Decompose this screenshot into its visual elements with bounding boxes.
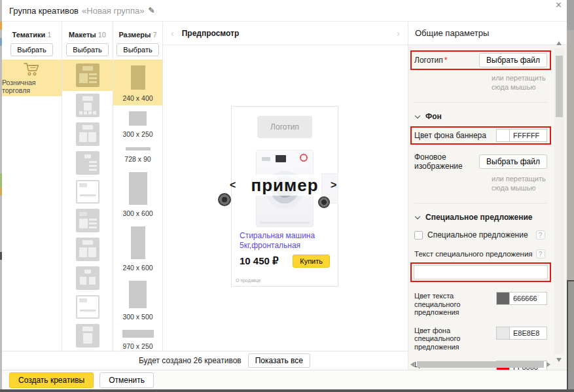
sizes-title: Размеры [118, 31, 151, 39]
theme-item-retail[interactable]: Розничная торговля [2, 60, 62, 96]
buy-button[interactable]: Купить [293, 255, 330, 268]
size-preview-box [126, 147, 151, 151]
horizontal-scroll-thumb[interactable] [417, 361, 544, 368]
logo-field-label: Логотип* [414, 56, 447, 65]
carousel-neighbor-left [218, 193, 231, 206]
preview-title: Предпросмотр [182, 29, 240, 38]
layout-thumb-item[interactable] [62, 120, 113, 149]
layout-thumb-item[interactable] [62, 206, 113, 235]
size-item[interactable]: 300 x 250 [113, 105, 162, 141]
size-preview-box [129, 111, 147, 126]
layouts-title: Макеты [69, 31, 96, 39]
size-item[interactable]: 728 x 90 [113, 141, 162, 166]
layout-thumbnail-icon [76, 324, 99, 347]
creatives-count-text: Будет создано 26 креативов [139, 356, 242, 365]
logo-choose-file-button[interactable]: Выбрать файл [479, 53, 547, 67]
size-item[interactable]: 970 x 250 [113, 324, 162, 353]
scroll-up-icon[interactable] [556, 41, 562, 45]
edit-title-icon[interactable]: ✎ [148, 6, 154, 15]
preview-next-icon[interactable]: › [397, 28, 400, 39]
color-swatch[interactable] [496, 292, 509, 305]
scroll-down-icon[interactable] [556, 358, 562, 362]
special-offer-section: Специальное предложение Специальное пред… [414, 213, 547, 370]
layout-thumbnail-icon [76, 122, 99, 146]
page-behind-bottom-strip [0, 389, 574, 392]
offer-checkbox-label: Специальное предложение [427, 230, 528, 240]
layout-thumb-item[interactable] [62, 149, 113, 177]
cancel-button[interactable]: Отменить [99, 372, 154, 388]
vertical-scroll-thumb[interactable] [556, 56, 563, 117]
layout-thumb-item[interactable] [62, 60, 113, 91]
about-seller-link[interactable]: О продавце [236, 278, 260, 283]
banner-logo-placeholder: Логотип [257, 116, 312, 138]
preview-prev-icon[interactable]: ‹ [171, 28, 174, 39]
layouts-column: Макеты10 Выбрать [62, 22, 113, 351]
layout-thumb-item[interactable] [62, 321, 113, 350]
offer-text-required-highlight [410, 262, 551, 282]
panel-title: Общие параметры [408, 22, 567, 45]
size-item[interactable]: 240 x 400 [113, 60, 162, 105]
show-all-button[interactable]: Показать все [248, 353, 310, 368]
color-setting-label: Цвет текста специального предложения [414, 292, 475, 317]
offer-color-settings: Цвет текста специального предложения6666… [414, 292, 547, 370]
color-value-input[interactable]: E8E8E8 [509, 327, 547, 340]
size-preview-box [129, 281, 147, 308]
bg-color-label: Цвет фона баннера [414, 131, 486, 140]
background-section: Фон Цвет фона баннера FFFFFF Фоновое изо… [414, 112, 547, 204]
close-icon[interactable]: × [556, 0, 562, 10]
page-behind-left-strip [0, 0, 2, 392]
size-preview-box [131, 65, 145, 90]
common-parameters-panel: Общие параметры Логотип* Выбрать файл ил… [408, 22, 567, 370]
layout-thumb-item[interactable] [62, 235, 113, 264]
size-item[interactable]: 300 x 600 [113, 166, 162, 221]
size-list: 240 x 400300 x 250728 x 90300 x 600240 x… [113, 60, 162, 353]
help-icon[interactable]: ? [536, 249, 545, 258]
color-value-input[interactable]: 666666 [509, 292, 547, 305]
themes-column: Тематики1 Выбрать Розничная торговля [2, 22, 62, 351]
create-creatives-button[interactable]: Создать креативы [9, 372, 94, 388]
size-label: 300 x 250 [122, 130, 152, 138]
layout-thumb-item[interactable] [62, 177, 113, 206]
offer-section-header[interactable]: Специальное предложение [414, 213, 547, 222]
modal-titlebar: Группа креативов «Новая группа» ✎ [2, 0, 567, 22]
logo-drag-hint: или перетащить сюда мышью [492, 73, 547, 92]
color-swatch[interactable] [496, 327, 509, 340]
carousel-prev-icon[interactable]: < [230, 179, 236, 191]
size-item[interactable]: 300 x 500 [113, 275, 162, 324]
themes-title: Тематики [12, 31, 46, 39]
layout-list [62, 60, 113, 350]
bg-image-choose-file-button[interactable]: Выбрать файл [479, 154, 547, 169]
layout-thumbnail-icon [76, 295, 99, 319]
bg-color-value-input[interactable]: FFFFFF [509, 129, 547, 142]
preview-area: ‹ Предпросмотр › Логотип [163, 22, 408, 351]
themes-count: 1 [47, 31, 51, 39]
sizes-select-button[interactable]: Выбрать [117, 43, 158, 56]
carousel-next-icon[interactable]: > [331, 179, 336, 191]
panel-vertical-scrollbar[interactable] [554, 48, 564, 354]
help-icon[interactable]: ? [536, 230, 545, 240]
offer-checkbox[interactable] [414, 231, 423, 240]
theme-item-label: Розничная торговля [2, 79, 62, 94]
scroll-left-icon[interactable] [410, 362, 414, 367]
bg-color-required-highlight: Цвет фона баннера FFFFFF [410, 126, 551, 145]
size-label: 300 x 500 [122, 313, 152, 321]
layouts-select-button[interactable]: Выбрать [66, 43, 108, 56]
offer-text-input[interactable] [414, 265, 548, 279]
layout-thumb-item[interactable] [62, 91, 113, 120]
layout-thumbnail-icon [76, 180, 99, 204]
creatives-summary-bar: Будет создано 26 креативов Показать все [2, 351, 408, 370]
layouts-count: 10 [98, 31, 106, 39]
layout-thumbnail-icon [76, 94, 99, 117]
scroll-right-icon[interactable] [547, 362, 550, 367]
size-preview-box [131, 226, 145, 259]
layout-thumb-item[interactable] [62, 293, 113, 321]
themes-select-button[interactable]: Выбрать [10, 43, 52, 56]
banner-product-title: Стиральная машина 5кг,фронтальная [240, 231, 315, 251]
logo-section: Логотип* Выбрать файл или перетащить сюд… [414, 50, 547, 103]
size-label: 240 x 600 [122, 264, 152, 272]
background-section-header[interactable]: Фон [414, 112, 547, 121]
layout-thumb-item[interactable] [62, 264, 113, 293]
panel-horizontal-scrollbar[interactable] [410, 361, 550, 368]
bg-color-swatch[interactable] [496, 129, 509, 142]
size-item[interactable]: 240 x 600 [113, 221, 162, 275]
